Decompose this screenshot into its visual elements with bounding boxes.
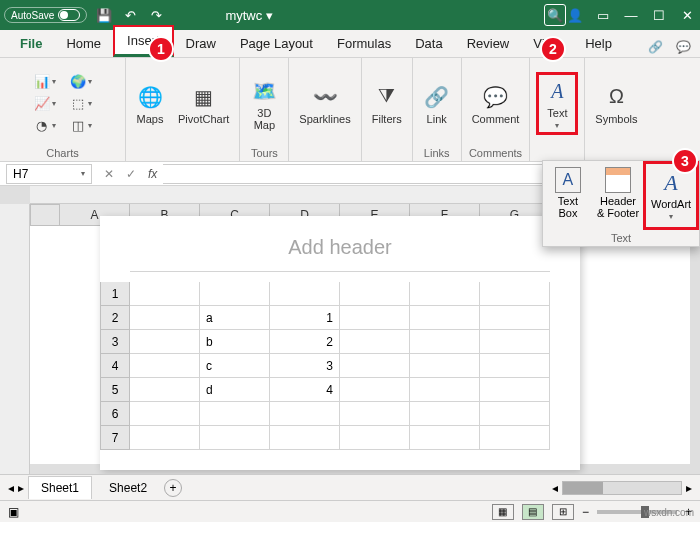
cell[interactable] [410,378,480,402]
hscroll-left-icon[interactable]: ◂ [552,481,558,495]
cell[interactable]: c [200,354,270,378]
text-button[interactable]: AText▾ [536,72,578,135]
cell[interactable]: b [200,330,270,354]
cell[interactable] [410,282,480,306]
cell[interactable] [480,426,550,450]
next-sheet-icon[interactable]: ▸ [18,481,24,495]
record-macro-icon[interactable]: ▣ [8,505,19,519]
link-button[interactable]: 🔗Link [419,81,455,127]
hscrollbar[interactable] [562,481,682,495]
cell[interactable] [130,426,200,450]
header-footer-button[interactable]: Header & Footer [593,161,643,230]
close-icon[interactable]: ✕ [678,6,696,24]
filters-button[interactable]: ⧩Filters [368,81,406,127]
cell[interactable]: d [200,378,270,402]
cancel-icon[interactable]: ✕ [104,167,114,181]
cell[interactable] [130,378,200,402]
name-box[interactable]: H7▾ [6,164,92,184]
page-layout-view-button[interactable]: ▤ [522,504,544,520]
cell[interactable] [340,378,410,402]
row-header[interactable]: 1 [100,282,130,306]
minimize-icon[interactable]: — [622,6,640,24]
header-placeholder[interactable]: Add header [130,236,550,272]
cell[interactable] [410,354,480,378]
cell[interactable] [480,378,550,402]
row-header[interactable]: 7 [100,426,130,450]
cell[interactable] [410,306,480,330]
chart-bar-button[interactable]: 📊▾ [30,72,60,92]
row-header[interactable]: 5 [100,378,130,402]
cell[interactable] [200,282,270,306]
tab-home[interactable]: Home [54,30,113,57]
sparklines-button[interactable]: 〰️Sparklines [295,81,354,127]
maximize-icon[interactable]: ☐ [650,6,668,24]
maps-button[interactable]: 🌐Maps [132,81,168,127]
ribbon-display-icon[interactable]: ▭ [594,6,612,24]
cell[interactable] [340,402,410,426]
cell[interactable] [480,402,550,426]
sheet-tab-2[interactable]: Sheet2 [96,476,160,499]
tab-file[interactable]: File [8,30,54,57]
file-name[interactable]: mytwc ▾ [225,8,272,23]
cell[interactable]: a [200,306,270,330]
cell[interactable] [270,282,340,306]
cell[interactable] [340,330,410,354]
tab-help[interactable]: Help [573,30,624,57]
tab-data[interactable]: Data [403,30,454,57]
cell[interactable]: 1 [270,306,340,330]
cell[interactable] [270,402,340,426]
chart-map-button[interactable]: 🌍▾ [66,72,96,92]
sheet-tab-1[interactable]: Sheet1 [28,476,92,499]
comment-button[interactable]: 💬Comment [468,81,524,127]
autosave-toggle[interactable]: AutoSave [4,7,87,23]
cell[interactable] [480,282,550,306]
row-header[interactable]: 4 [100,354,130,378]
signin-icon[interactable]: 👤 [566,6,584,24]
cell[interactable] [340,426,410,450]
cell[interactable] [480,306,550,330]
pivotchart-button[interactable]: ▦PivotChart [174,81,233,127]
share-icon[interactable]: 🔗 [644,37,666,57]
symbols-button[interactable]: ΩSymbols [591,81,641,127]
cell[interactable] [130,402,200,426]
cell[interactable] [270,426,340,450]
enter-icon[interactable]: ✓ [126,167,136,181]
cell[interactable] [340,306,410,330]
tab-formulas[interactable]: Formulas [325,30,403,57]
cell[interactable]: 2 [270,330,340,354]
cell[interactable] [130,282,200,306]
row-header[interactable]: 6 [100,402,130,426]
cell[interactable] [410,426,480,450]
add-sheet-button[interactable]: + [164,479,182,497]
tab-draw[interactable]: Draw [174,30,228,57]
chart-combo-button[interactable]: ◫▾ [66,116,96,136]
row-header[interactable]: 2 [100,306,130,330]
chart-line-button[interactable]: 📈▾ [30,94,60,114]
cell[interactable] [340,282,410,306]
chart-pie-button[interactable]: ◔▾ [30,116,60,136]
cell[interactable] [200,402,270,426]
cell[interactable] [410,330,480,354]
cell[interactable] [410,402,480,426]
cell[interactable]: 4 [270,378,340,402]
hscroll-right-icon[interactable]: ▸ [686,481,692,495]
select-all-corner[interactable] [30,204,60,226]
cell[interactable] [480,354,550,378]
cell[interactable] [130,306,200,330]
comments-pane-icon[interactable]: 💬 [672,37,694,57]
tab-page-layout[interactable]: Page Layout [228,30,325,57]
tab-review[interactable]: Review [455,30,522,57]
cell[interactable] [200,426,270,450]
zoom-out-icon[interactable]: − [582,505,589,519]
cell[interactable] [480,330,550,354]
cell[interactable] [130,330,200,354]
redo-icon[interactable]: ↷ [147,6,165,24]
undo-icon[interactable]: ↶ [121,6,139,24]
cell[interactable] [340,354,410,378]
textbox-button[interactable]: A Text Box [543,161,593,230]
page-break-view-button[interactable]: ⊞ [552,504,574,520]
save-icon[interactable]: 💾 [95,6,113,24]
search-button[interactable]: 🔍 [544,4,566,26]
prev-sheet-icon[interactable]: ◂ [8,481,14,495]
normal-view-button[interactable]: ▦ [492,504,514,520]
